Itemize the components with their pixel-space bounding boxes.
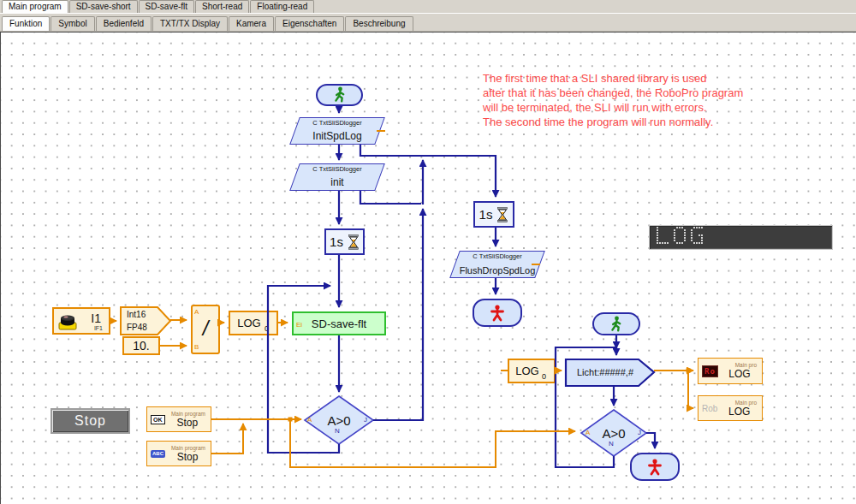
divide-symbol: / [193, 317, 218, 341]
interface-name: IF1 [94, 325, 103, 331]
text-output-log-2[interactable]: Rob Main pro LOG [698, 395, 763, 421]
target-scope: Main program [171, 445, 205, 451]
tab-sd-save-short[interactable]: SD-save-short [69, 0, 138, 13]
decision-1-port-a: A [307, 416, 312, 424]
tab-symbol[interactable]: Symbol [51, 16, 94, 31]
hourglass-icon [496, 207, 508, 222]
display-output-log-1[interactable]: Ro Main pro LOG [698, 358, 763, 384]
green-walking-man-icon [330, 86, 349, 104]
command-label: Stop [176, 417, 198, 429]
view-tab-bar: Funktion Symbol Bedienfeld TXT/TX Displa… [0, 14, 856, 32]
program-tab-bar: Main program SD-save-short SD-save-flt S… [0, 0, 856, 14]
decision-1-port-j: J [364, 416, 367, 424]
start-element-1[interactable] [316, 84, 363, 106]
tab-beschreibung[interactable]: Beschreibung [345, 16, 413, 31]
divide-port-b: B [194, 343, 199, 351]
tab-sd-save-flt[interactable]: SD-save-flt [139, 0, 194, 13]
converter-type-to: FP48 [127, 323, 147, 332]
button-command-stop[interactable]: OK Main program Stop [146, 406, 211, 432]
log-function-block-2[interactable]: LOG 0 [508, 359, 556, 383]
input-name: I1 [91, 311, 101, 325]
ok-button-icon: OK [151, 415, 165, 424]
subprogram-name: SD-save-flt [312, 317, 366, 330]
seven-segment-icon: Ro [702, 365, 718, 377]
tab-short-read[interactable]: Short-read [195, 0, 249, 13]
log-label: LOG [509, 365, 545, 377]
start-element-2[interactable] [592, 312, 640, 335]
library-name: C TxtSliSDlogger [455, 252, 540, 260]
command-label: Stop [177, 451, 199, 463]
red-stop-man-icon [488, 304, 507, 323]
note-line: The first time that a SLI shared library… [483, 71, 743, 86]
decision-2-condition: A>0 [584, 426, 644, 441]
constant-value: 10. [133, 339, 149, 353]
end-element-1[interactable] [473, 299, 522, 327]
target-scope: Main pro [735, 400, 757, 406]
decision-1-condition: A>0 [309, 413, 369, 428]
tab-funktion[interactable]: Funktion [2, 16, 50, 31]
subprogram-call-initspdlog[interactable]: C TxtSliSDlogger InitSpdLog [294, 117, 380, 145]
note-line: The second time the program will run nor… [483, 115, 743, 129]
text-display-value [657, 227, 708, 248]
note-line: after that it has been changed, the Robo… [483, 86, 743, 100]
target-scope: Main pro [735, 362, 757, 368]
subprogram-call-flushdropspdlog[interactable]: C TxtSliSDlogger FlushDropSpdLog [455, 251, 540, 278]
subprogram-sd-save-flt[interactable]: Ei SD-save-flt [292, 311, 386, 335]
subprogram-call-init[interactable]: C TxtSliSDlogger init [294, 163, 380, 191]
target-scope: Main program [171, 411, 205, 417]
wait-block-1[interactable]: 1s [324, 228, 365, 255]
tab-floating-read[interactable]: Floating-read [250, 0, 314, 13]
text-display-panel [649, 225, 833, 250]
wait-time-label: 1s [479, 207, 493, 222]
tab-bedienfeld[interactable]: Bedienfeld [96, 16, 152, 31]
divide-port-a: A [194, 308, 199, 316]
log-label: LOG [230, 317, 268, 329]
log-value: 0 [542, 372, 546, 381]
converter-type-from: Int16 [127, 310, 146, 319]
hourglass-icon [348, 234, 360, 250]
decision-1-port-n: N [335, 427, 340, 435]
end-element-2[interactable] [630, 453, 680, 481]
tab-kamera[interactable]: Kamera [229, 16, 274, 31]
red-stop-man-icon [645, 458, 664, 477]
text-label-icon: Rob [702, 404, 717, 413]
note-line: will be terminated, the SLI will run wit… [483, 100, 743, 115]
call-label: InitSpdLog [294, 130, 380, 142]
tab-main-program[interactable]: Main program [2, 0, 68, 13]
abc-text-icon: ABC [151, 450, 165, 458]
wait-block-2[interactable]: 1s [473, 201, 514, 228]
text-command-stop[interactable]: ABC Main program Stop [146, 441, 211, 466]
tab-txt-tx-display[interactable]: TXT/TX Display [152, 16, 228, 31]
wait-time-label: 1s [330, 234, 343, 249]
licht-display-text: Licht:#####,# [568, 367, 643, 377]
library-name: C TxtSliSDlogger [294, 165, 380, 173]
tab-eigenschaften[interactable]: Eigenschaften [275, 16, 344, 31]
log-value: 0 [265, 324, 269, 333]
universal-input-i1[interactable]: I1 IF1 [52, 307, 110, 335]
program-canvas[interactable]: C TxtSliSDlogger InitSpdLog C TxtSliSDlo… [0, 32, 856, 504]
entry-port-label: Ei [296, 321, 302, 329]
pushbutton-icon [56, 312, 79, 331]
output-label: LOG [728, 406, 750, 418]
decision-2-port-a: A [586, 429, 590, 436]
stop-button-label: Stop [74, 413, 106, 429]
call-label: FlushDropSpdLog [455, 265, 540, 276]
decision-2-port-j: J [638, 429, 641, 436]
panel-stop-button[interactable]: Stop [51, 408, 130, 434]
decision-2-port-n: N [609, 440, 614, 448]
annotation-note: The first time that a SLI shared library… [483, 71, 743, 129]
log-function-block-1[interactable]: LOG 0 [229, 311, 278, 335]
library-name: C TxtSliSDlogger [294, 119, 380, 127]
output-label: LOG [728, 368, 750, 380]
constant-value-block[interactable]: 10. [122, 336, 160, 355]
green-walking-man-icon [607, 315, 626, 334]
divide-operator-block[interactable]: A B / [191, 305, 220, 354]
call-label: init [294, 176, 380, 188]
